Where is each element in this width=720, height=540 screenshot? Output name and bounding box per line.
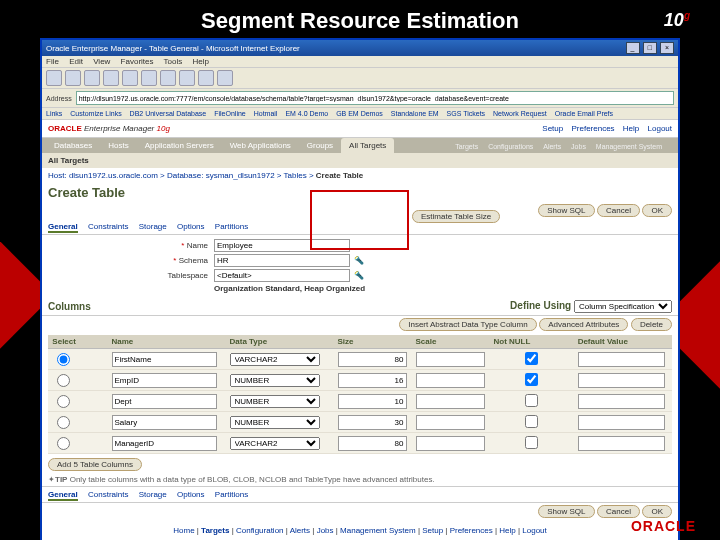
bc-tables[interactable]: Tables bbox=[284, 171, 307, 180]
tab-partitions[interactable]: Partitions bbox=[215, 222, 248, 231]
tab-options-bottom[interactable]: Options bbox=[177, 490, 205, 499]
menu-favorites[interactable]: Favorites bbox=[121, 57, 154, 66]
tab-constraints-bottom[interactable]: Constraints bbox=[88, 490, 128, 499]
row-select-radio[interactable] bbox=[57, 374, 70, 387]
row-select-radio[interactable] bbox=[57, 437, 70, 450]
flashlight-icon[interactable]: 🔦 bbox=[354, 256, 364, 265]
footer-setup[interactable]: Setup bbox=[422, 526, 443, 535]
add-5-columns-button[interactable]: Add 5 Table Columns bbox=[48, 458, 142, 471]
col-scale-input[interactable] bbox=[416, 373, 485, 388]
col-notnull-checkbox[interactable] bbox=[525, 373, 538, 386]
col-notnull-checkbox[interactable] bbox=[525, 394, 538, 407]
forward-button[interactable] bbox=[65, 70, 81, 86]
tab-storage[interactable]: Storage bbox=[139, 222, 167, 231]
nav-jobs[interactable]: Jobs bbox=[567, 141, 590, 152]
link-item[interactable]: Hotmail bbox=[254, 110, 278, 117]
link-item[interactable]: DB2 Universal Database bbox=[130, 110, 207, 117]
bc-database[interactable]: Database: sysman_dlsun1972 bbox=[167, 171, 275, 180]
menu-file[interactable]: File bbox=[46, 57, 59, 66]
cancel-button[interactable]: Cancel bbox=[597, 204, 640, 217]
footer-home[interactable]: Home bbox=[173, 526, 194, 535]
link-item[interactable]: FileOnline bbox=[214, 110, 246, 117]
tab-all-targets[interactable]: All Targets bbox=[341, 138, 394, 153]
col-notnull-checkbox[interactable] bbox=[525, 415, 538, 428]
help-link[interactable]: Help bbox=[623, 124, 639, 133]
link-item[interactable]: Customize Links bbox=[70, 110, 121, 117]
col-name-input[interactable] bbox=[112, 436, 217, 451]
nav-mgmt[interactable]: Management System bbox=[592, 141, 666, 152]
link-item[interactable]: SGS Tickets bbox=[447, 110, 486, 117]
col-size-input[interactable] bbox=[338, 394, 407, 409]
menu-tools[interactable]: Tools bbox=[164, 57, 183, 66]
col-type-select[interactable]: NUMBER bbox=[230, 416, 320, 429]
history-button[interactable] bbox=[179, 70, 195, 86]
row-select-radio[interactable] bbox=[57, 353, 70, 366]
setup-link[interactable]: Setup bbox=[542, 124, 563, 133]
refresh-button[interactable] bbox=[103, 70, 119, 86]
col-type-select[interactable]: NUMBER bbox=[230, 374, 320, 387]
insert-abstract-button[interactable]: Insert Abstract Data Type Column bbox=[399, 318, 536, 331]
col-scale-input[interactable] bbox=[416, 394, 485, 409]
col-type-select[interactable]: VARCHAR2 bbox=[230, 353, 320, 366]
tab-constraints[interactable]: Constraints bbox=[88, 222, 128, 231]
link-item[interactable]: Standalone EM bbox=[391, 110, 439, 117]
col-default-input[interactable] bbox=[578, 352, 665, 367]
link-item[interactable]: EM 4.0 Demo bbox=[285, 110, 328, 117]
favorites-button[interactable] bbox=[160, 70, 176, 86]
menu-view[interactable]: View bbox=[93, 57, 110, 66]
tab-databases[interactable]: Databases bbox=[46, 138, 100, 153]
ok-button-bottom[interactable]: OK bbox=[642, 505, 672, 518]
ok-button[interactable]: OK bbox=[642, 204, 672, 217]
tab-options[interactable]: Options bbox=[177, 222, 205, 231]
tab-general-bottom[interactable]: General bbox=[48, 490, 78, 501]
close-button[interactable]: × bbox=[660, 42, 674, 54]
bc-host[interactable]: Host: dlsun1972.us.oracle.com bbox=[48, 171, 158, 180]
menu-edit[interactable]: Edit bbox=[69, 57, 83, 66]
nav-config[interactable]: Configurations bbox=[484, 141, 537, 152]
search-button[interactable] bbox=[141, 70, 157, 86]
mail-button[interactable] bbox=[198, 70, 214, 86]
col-default-input[interactable] bbox=[578, 415, 665, 430]
footer-alerts[interactable]: Alerts bbox=[290, 526, 310, 535]
col-notnull-checkbox[interactable] bbox=[525, 352, 538, 365]
link-item[interactable]: Oracle Email Prefs bbox=[555, 110, 613, 117]
back-button[interactable] bbox=[46, 70, 62, 86]
link-item[interactable]: GB EM Demos bbox=[336, 110, 383, 117]
define-select[interactable]: Column Specification bbox=[574, 300, 672, 313]
menu-help[interactable]: Help bbox=[193, 57, 209, 66]
col-name-input[interactable] bbox=[112, 352, 217, 367]
targets-span[interactable]: Targets bbox=[451, 141, 482, 152]
col-name-input[interactable] bbox=[112, 415, 217, 430]
col-scale-input[interactable] bbox=[416, 352, 485, 367]
footer-config[interactable]: Configuration bbox=[236, 526, 284, 535]
col-type-select[interactable]: NUMBER bbox=[230, 395, 320, 408]
col-size-input[interactable] bbox=[338, 436, 407, 451]
col-size-input[interactable] bbox=[338, 352, 407, 367]
col-name-input[interactable] bbox=[112, 373, 217, 388]
delete-column-button[interactable]: Delete bbox=[631, 318, 672, 331]
col-type-select[interactable]: VARCHAR2 bbox=[230, 437, 320, 450]
col-size-input[interactable] bbox=[338, 373, 407, 388]
cancel-button-bottom[interactable]: Cancel bbox=[597, 505, 640, 518]
nav-alerts[interactable]: Alerts bbox=[539, 141, 565, 152]
col-default-input[interactable] bbox=[578, 436, 665, 451]
col-size-input[interactable] bbox=[338, 415, 407, 430]
tab-appservers[interactable]: Application Servers bbox=[137, 138, 222, 153]
tab-groups[interactable]: Groups bbox=[299, 138, 341, 153]
col-scale-input[interactable] bbox=[416, 415, 485, 430]
schema-input[interactable] bbox=[214, 254, 350, 267]
address-input[interactable] bbox=[76, 91, 674, 105]
footer-help[interactable]: Help bbox=[499, 526, 515, 535]
tab-storage-bottom[interactable]: Storage bbox=[139, 490, 167, 499]
maximize-button[interactable]: □ bbox=[643, 42, 657, 54]
col-notnull-checkbox[interactable] bbox=[525, 436, 538, 449]
advanced-attrs-button[interactable]: Advanced Attributes bbox=[539, 318, 628, 331]
tab-hosts[interactable]: Hosts bbox=[100, 138, 136, 153]
estimate-size-button[interactable]: Estimate Table Size bbox=[412, 210, 500, 223]
show-sql-button[interactable]: Show SQL bbox=[538, 204, 594, 217]
logout-link[interactable]: Logout bbox=[648, 124, 672, 133]
show-sql-button-bottom[interactable]: Show SQL bbox=[538, 505, 594, 518]
col-default-input[interactable] bbox=[578, 373, 665, 388]
tab-general[interactable]: General bbox=[48, 222, 78, 233]
tab-partitions-bottom[interactable]: Partitions bbox=[215, 490, 248, 499]
